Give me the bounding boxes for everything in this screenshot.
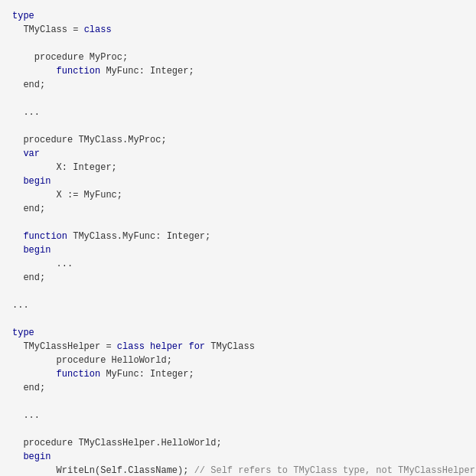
keyword: var <box>23 148 40 159</box>
code-text: end; <box>23 383 45 393</box>
keyword: function <box>57 369 101 380</box>
keyword: begin <box>23 245 51 256</box>
code-text: TMyClass.MyFunc: Integer; <box>67 231 210 242</box>
keyword: type <box>12 11 34 21</box>
code-line: procedure TMyClassHelper.HelloWorld; <box>12 436 464 450</box>
keyword: begin <box>23 452 51 462</box>
code-line: TMyClass = class <box>12 23 464 37</box>
code-line: X: Integer; <box>12 161 464 174</box>
code-text <box>12 176 23 187</box>
code-line <box>12 285 464 298</box>
code-text <box>12 204 23 214</box>
code-editor: type TMyClass = class procedure MyProc; … <box>0 0 476 476</box>
code-text: TMyClassHelper = <box>12 341 117 352</box>
code-line <box>12 37 464 51</box>
code-line: begin <box>12 450 464 464</box>
code-text <box>12 272 23 283</box>
code-text <box>12 66 57 77</box>
code-line: procedure HelloWorld; <box>12 354 464 367</box>
code-line: WriteLn(Self.ClassName); // Self refers … <box>12 464 464 476</box>
keyword: class <box>84 24 112 35</box>
code-text: procedure TMyClass.MyProc; <box>12 135 167 145</box>
code-text: ... <box>12 300 29 311</box>
code-line: begin <box>12 174 464 188</box>
code-text: procedure MyProc; <box>12 52 128 63</box>
code-line: type <box>12 326 464 340</box>
code-line: begin <box>12 243 464 257</box>
code-line: ... <box>12 298 464 312</box>
code-text: TMyClass = <box>12 24 84 35</box>
code-line: TMyClassHelper = class helper for TMyCla… <box>12 340 464 354</box>
code-text <box>12 452 23 462</box>
keyword: begin <box>23 176 51 187</box>
code-line: ... <box>12 106 464 119</box>
keyword: class helper for <box>117 341 205 352</box>
comment: // Self refers to TMyClass type, not TMy… <box>194 465 475 476</box>
code-line <box>12 312 464 326</box>
code-text: end; <box>23 272 45 283</box>
code-line <box>12 422 464 436</box>
code-line <box>12 119 464 133</box>
keyword: function <box>23 231 67 242</box>
code-line <box>12 216 464 230</box>
code-line: function TMyClass.MyFunc: Integer; <box>12 230 464 243</box>
code-text <box>12 231 23 242</box>
code-line: end; <box>12 202 464 216</box>
code-line: end; <box>12 381 464 395</box>
code-text: X: Integer; <box>12 162 117 173</box>
code-text: end; <box>23 80 45 90</box>
code-text: WriteLn(Self.ClassName); <box>12 465 194 476</box>
code-line: ... <box>12 409 464 422</box>
code-line: end; <box>12 78 464 92</box>
code-line: ... <box>12 257 464 271</box>
code-line <box>12 92 464 106</box>
code-text: MyFunc: Integer; <box>100 369 194 380</box>
code-line: X := MyFunc; <box>12 188 464 202</box>
code-line: procedure TMyClass.MyProc; <box>12 133 464 147</box>
code-line: procedure MyProc; <box>12 51 464 64</box>
keyword: type <box>12 328 34 338</box>
code-text: ... <box>12 410 40 421</box>
code-text <box>12 148 23 159</box>
code-line: function MyFunc: Integer; <box>12 367 464 381</box>
code-text <box>12 369 57 380</box>
keyword: function <box>57 66 101 77</box>
code-line: end; <box>12 271 464 285</box>
code-text: procedure TMyClassHelper.HelloWorld; <box>12 438 222 448</box>
code-text: X := MyFunc; <box>12 190 122 201</box>
code-text: procedure HelloWorld; <box>12 355 172 366</box>
code-text <box>12 245 23 256</box>
code-line: function MyFunc: Integer; <box>12 64 464 78</box>
code-text: TMyClass <box>205 341 255 352</box>
code-text: ... <box>12 259 73 269</box>
code-content: type TMyClass = class procedure MyProc; … <box>12 9 464 476</box>
code-text: end; <box>23 204 45 214</box>
code-text <box>12 80 23 90</box>
code-text: MyFunc: Integer; <box>100 66 194 77</box>
code-text <box>12 383 23 393</box>
code-line: var <box>12 147 464 161</box>
code-line <box>12 395 464 409</box>
code-line: type <box>12 9 464 23</box>
code-text: ... <box>12 107 40 118</box>
